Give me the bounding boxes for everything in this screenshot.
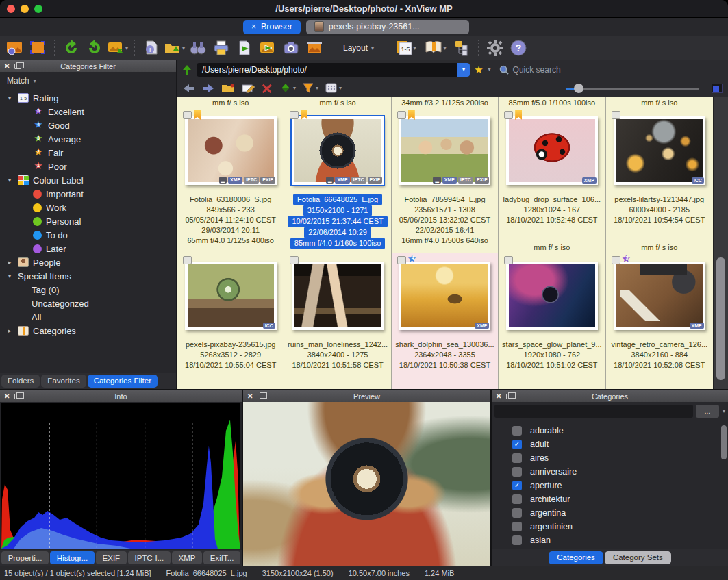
thumb-checkbox[interactable] — [397, 111, 406, 119]
tab-image[interactable]: pexels-pixabay-23561... — [306, 20, 469, 34]
slideshow-icon[interactable] — [304, 38, 325, 58]
match-dropdown[interactable]: Match ▾ — [0, 72, 176, 90]
open-folder-icon[interactable]: ▾ — [164, 38, 185, 58]
pane-toggle-icon[interactable] — [712, 84, 723, 93]
thumb-checkbox[interactable] — [612, 111, 620, 119]
rename-icon[interactable] — [242, 83, 255, 93]
sidebar-tab-folders[interactable]: Folders — [1, 375, 40, 388]
layout-menu-button[interactable]: Layout▾ — [338, 38, 379, 58]
thumbnail-cell[interactable]: ICCpexels-pixabay-235615.jpg5268x3512 - … — [177, 253, 284, 399]
category-checkbox[interactable] — [512, 453, 522, 463]
close-panel-icon[interactable]: ✕ — [496, 392, 501, 400]
thumb-checkbox[interactable] — [290, 111, 299, 119]
category-checkbox[interactable] — [512, 440, 522, 449]
tree-item-fair[interactable]: ★2Fair — [0, 146, 176, 160]
thumbnail-cell[interactable]: ★4XMPshark_dolphin_sea_130036...2364x204… — [392, 253, 499, 399]
thumbnail-cell[interactable]: ruins_man_loneliness_1242...3840x2400 - … — [284, 253, 391, 399]
view-mode-icon[interactable]: ▾ — [325, 83, 342, 93]
float-panel-icon[interactable] — [14, 394, 21, 399]
thumb-photo-frame[interactable]: XMP — [399, 262, 490, 330]
thumb-checkbox[interactable] — [504, 111, 513, 119]
favorites-star-icon[interactable]: ★ — [474, 64, 483, 76]
grid-scrollbar-thumb[interactable] — [716, 257, 725, 380]
tree-group-special-items[interactable]: ▾Special Items — [0, 269, 176, 283]
category-checkbox[interactable] — [512, 426, 522, 436]
tree-group-people[interactable]: ▸People — [0, 255, 176, 269]
capture-icon[interactable] — [281, 38, 301, 58]
chevron-right-icon[interactable]: ▸ — [5, 259, 14, 266]
thumb-photo-frame[interactable]: ICC — [185, 262, 277, 330]
rating-1-5-icon[interactable]: 1-5▾ — [392, 38, 418, 58]
thumb-photo-frame[interactable]: ▁XMPIPTCEXIF — [292, 116, 384, 185]
print-icon[interactable] — [211, 38, 231, 58]
slider-knob[interactable] — [574, 84, 583, 93]
float-panel-icon[interactable] — [506, 394, 513, 399]
close-tab-icon[interactable]: × — [251, 22, 256, 31]
sidebar-tab-categories-filter[interactable]: Categories Filter — [88, 375, 158, 388]
resize-image-icon[interactable]: ▾ — [108, 38, 128, 58]
category-filter-input[interactable] — [494, 405, 693, 418]
category-item[interactable]: adult — [492, 438, 728, 451]
thumbnail-cell[interactable]: ▁XMPIPTCEXIFFotolia_63180006_S.jpg849x56… — [177, 108, 284, 253]
category-checkbox[interactable] — [512, 535, 522, 545]
info-tab-xmp[interactable]: XMP — [172, 551, 202, 564]
thumb-checkbox[interactable] — [612, 256, 620, 264]
category-checkbox[interactable] — [512, 522, 522, 531]
tree-item-good[interactable]: ★4Good — [0, 118, 176, 132]
category-item[interactable]: argentina — [492, 506, 728, 520]
tree-group-rating[interactable]: ▾1-5Rating — [0, 91, 176, 105]
grid-scrollbar[interactable] — [713, 97, 728, 389]
filter-funnel-icon[interactable]: ▾ — [303, 83, 318, 93]
fit-selection-icon[interactable] — [27, 38, 48, 58]
thumb-photo-frame[interactable]: ▁XMPIPTCEXIF — [399, 116, 490, 185]
category-item[interactable]: asian — [492, 533, 728, 547]
path-field[interactable]: /Users/pierre/Desktop/photo/ ▾ — [197, 63, 470, 77]
tree-item-uncategorized[interactable]: Uncategorized — [0, 297, 176, 310]
tree-item-excellent[interactable]: ★5Excellent — [0, 105, 176, 118]
thumbnail-cell[interactable]: XMPladybug_drop_surface_106...1280x1024 … — [499, 108, 605, 253]
chevron-right-icon[interactable]: ▸ — [5, 327, 14, 334]
tree-item-later[interactable]: Later — [0, 242, 176, 255]
close-panel-icon[interactable]: ✕ — [4, 392, 10, 400]
thumb-checkbox[interactable] — [183, 256, 192, 264]
thumb-photo-frame[interactable]: ICC — [614, 116, 705, 185]
thumb-checkbox[interactable] — [397, 256, 406, 264]
back-icon[interactable] — [183, 84, 195, 93]
tree-item-poor[interactable]: ★1Poor — [0, 160, 176, 173]
rotate-left-icon[interactable] — [61, 38, 81, 58]
quick-search-field[interactable]: Quick search — [495, 63, 724, 77]
close-panel-icon[interactable]: ✕ — [4, 62, 10, 70]
category-item[interactable]: aires — [492, 451, 728, 465]
tree-item-personal[interactable]: Personal — [0, 214, 176, 228]
thumbnail-cell[interactable]: ▁XMPIPTCEXIFFotolia_78599454_L.jpg2356x1… — [392, 108, 499, 253]
thumbnail-cell[interactable]: ▁XMPIPTCEXIFFotolia_66648025_L.jpg3150x2… — [284, 108, 391, 253]
chevron-down-icon[interactable]: ▾ — [5, 177, 14, 184]
category-item[interactable]: architektur — [492, 492, 728, 506]
tree-item-tag-0-[interactable]: Tag (0) — [0, 283, 176, 297]
info-tab-exift[interactable]: ExifT... — [203, 551, 240, 564]
float-panel-icon[interactable] — [14, 64, 21, 69]
thumb-photo-frame[interactable] — [506, 262, 598, 330]
binoculars-search-icon[interactable] — [188, 38, 208, 58]
info-tab-histogr[interactable]: Histogr... — [50, 551, 95, 564]
sort-tree-icon[interactable] — [451, 38, 472, 58]
forward-icon[interactable] — [202, 84, 214, 93]
tree-item-average[interactable]: ★3Average — [0, 132, 176, 146]
tree-item-work[interactable]: Work — [0, 201, 176, 214]
category-item[interactable]: adorable — [492, 424, 728, 438]
category-checkbox[interactable] — [512, 494, 522, 504]
new-folder-icon[interactable] — [221, 83, 235, 93]
categories-tab-category-sets[interactable]: Category Sets — [605, 551, 671, 564]
info-tab-iptci[interactable]: IPTC-I... — [128, 551, 171, 564]
tree-item-to-do[interactable]: To do — [0, 228, 176, 242]
category-item[interactable]: aperture — [492, 479, 728, 492]
tree-group-categories[interactable]: ▸Categories — [0, 324, 176, 338]
tab-browser[interactable]: × Browser — [243, 20, 301, 34]
info-tab-properti[interactable]: Properti... — [1, 551, 49, 564]
batch-convert-icon[interactable] — [258, 38, 278, 58]
viewer-icon[interactable] — [4, 38, 25, 58]
category-checkbox[interactable] — [512, 481, 522, 490]
tree-item-important[interactable]: Important — [0, 187, 176, 201]
thumbnail-cell[interactable]: ICCpexels-lilartsy-1213447.jpg6000x4000 … — [606, 108, 713, 253]
help-icon[interactable]: ? — [508, 38, 529, 58]
